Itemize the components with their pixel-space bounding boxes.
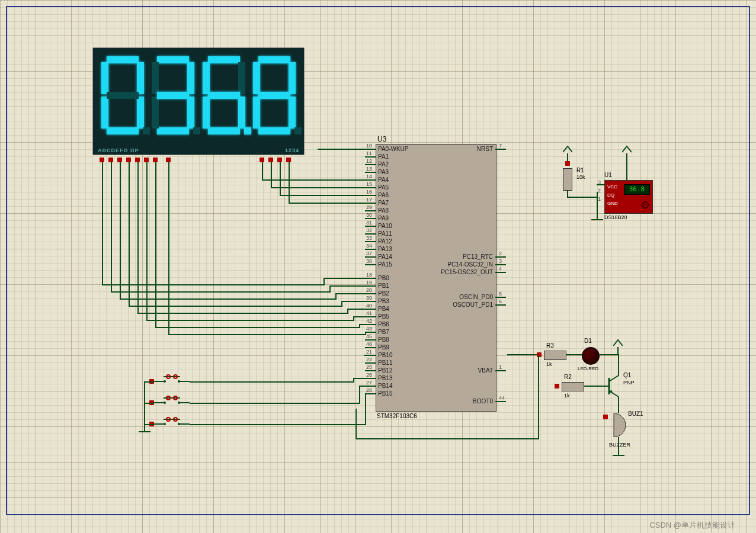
wire — [155, 327, 359, 328]
pin — [166, 158, 171, 162]
seg-pins-left: ABCDEFG DP — [98, 147, 139, 153]
wire — [168, 334, 365, 335]
r1-value: 10k — [576, 174, 585, 180]
wire — [353, 316, 365, 317]
wire — [280, 162, 281, 195]
wire — [111, 162, 112, 291]
pin — [555, 384, 559, 388]
power-icon — [622, 145, 632, 153]
wire — [102, 162, 103, 284]
pin — [286, 158, 291, 162]
r3-ref: R3 — [546, 342, 554, 349]
wire — [323, 278, 365, 279]
ds-reading: 36.8 — [624, 184, 650, 195]
digit — [99, 54, 146, 137]
wire — [538, 355, 539, 357]
seven-segment-display[interactable]: ABCDEFG DP 1234 — [92, 47, 305, 155]
wire — [289, 203, 365, 204]
svg-point-22 — [164, 423, 166, 425]
power-icon — [563, 145, 572, 153]
wire — [538, 355, 539, 439]
wire — [353, 378, 365, 379]
wire — [618, 400, 619, 413]
wire — [618, 354, 619, 364]
wire — [190, 424, 365, 425]
digit — [251, 54, 298, 137]
wire — [318, 149, 365, 150]
wire — [359, 386, 360, 404]
svg-line-2 — [609, 375, 619, 381]
r2-ref: R2 — [564, 374, 572, 380]
wire — [271, 187, 365, 188]
wire — [347, 309, 365, 310]
wire — [355, 438, 539, 439]
wire — [567, 197, 597, 198]
wire — [137, 162, 139, 313]
pin — [260, 158, 264, 162]
push-button[interactable] — [154, 374, 190, 385]
seg-pins-right: 1234 — [285, 147, 299, 153]
q1-ref: Q1 — [623, 372, 631, 378]
wire — [597, 203, 598, 214]
push-button[interactable] — [154, 396, 190, 406]
wire — [129, 306, 341, 307]
ground-icon — [139, 426, 150, 435]
d1-ref: D1 — [584, 338, 592, 344]
pin — [153, 158, 158, 162]
wire — [600, 354, 617, 355]
wire — [341, 301, 365, 302]
wire — [146, 320, 353, 321]
wire — [262, 162, 263, 179]
q1-part: PNP — [623, 380, 635, 386]
r1-ref: R1 — [576, 167, 584, 174]
resistor-r1[interactable] — [563, 168, 572, 191]
ds-button[interactable] — [642, 201, 649, 208]
wire — [507, 354, 537, 355]
wire — [155, 162, 156, 327]
wire — [618, 364, 619, 373]
chip-part: STM32F103C6 — [377, 413, 417, 419]
wire — [364, 355, 365, 356]
buz-part: BUZZER — [609, 442, 630, 448]
r3-value: 1k — [546, 361, 552, 367]
resistor-r2[interactable] — [562, 382, 584, 391]
d1-part: LED-RED — [578, 366, 598, 371]
ground-icon — [613, 450, 624, 458]
led-d1[interactable] — [582, 347, 600, 365]
resistor-r3[interactable] — [544, 351, 566, 360]
pin — [565, 161, 570, 166]
ds18b20-module[interactable]: VCC DQ GND 36.8 — [604, 180, 653, 214]
wire — [129, 162, 130, 306]
wire — [280, 195, 365, 196]
wire — [329, 285, 365, 287]
ds-pin-vcc: VCC — [607, 184, 617, 190]
pin — [144, 158, 149, 162]
wire — [566, 354, 582, 355]
wire — [168, 162, 169, 334]
svg-point-8 — [164, 380, 166, 383]
digit — [149, 54, 197, 137]
pin — [268, 158, 273, 162]
r2-value: 1k — [564, 393, 570, 399]
wire — [190, 381, 353, 383]
wire — [120, 162, 121, 298]
wire — [190, 403, 359, 404]
pin — [126, 158, 131, 162]
wire — [318, 149, 319, 150]
wire — [111, 291, 329, 293]
pin — [100, 158, 104, 162]
pin — [108, 158, 113, 162]
wire — [289, 162, 290, 203]
wire — [618, 437, 619, 450]
wire — [365, 393, 366, 425]
pin — [135, 158, 140, 162]
digit — [200, 54, 248, 137]
pin — [603, 415, 608, 419]
push-button[interactable] — [154, 417, 190, 428]
u1-ref: U1 — [604, 172, 612, 178]
buzzer[interactable] — [610, 413, 629, 437]
ds-pin-gnd: GND — [607, 201, 618, 206]
wire — [355, 409, 357, 439]
power-icon — [613, 339, 623, 347]
transistor-q1[interactable] — [602, 372, 626, 402]
